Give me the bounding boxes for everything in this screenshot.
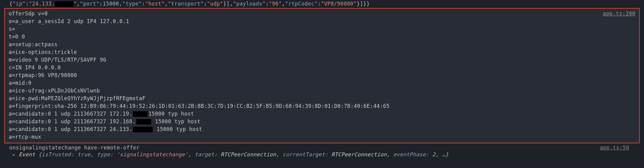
prop-eventphase: eventPhase:	[393, 151, 432, 158]
redacted-ip	[136, 119, 151, 125]
redacted-ip	[133, 111, 148, 117]
json-key-port: "port"	[80, 1, 100, 7]
prop-type: type:	[97, 151, 117, 158]
json-val-rtpcodec: "VP8/90000"	[321, 1, 357, 7]
prop-currenttarget: currentTarget:	[282, 151, 331, 158]
sdp-offer-header: offerSdp v=0	[9, 10, 635, 18]
sdp-s-line: s=	[9, 25, 635, 33]
source-link[interactable]: app.ts:200	[603, 10, 635, 17]
json-key-type: "type"	[122, 1, 142, 7]
json-key-payloads: "payloads"	[233, 1, 265, 7]
json-val-port: 15000	[103, 1, 119, 7]
sdp-candidate-1: a=candidate:0 1 udp 2113667327 172.19.15…	[9, 110, 635, 118]
sdp-setup-line: a=setup:actpass	[9, 41, 635, 48]
prop-istrusted: isTrusted:	[42, 151, 78, 158]
redacted-ip	[55, 1, 74, 7]
sdp-pwd-line: a=ice-pwd:MaPEZQleQYhYzRyWJjPjzpfRFEgmot…	[9, 95, 635, 102]
json-val-transport: "udp"	[207, 1, 223, 7]
console-output: {"ip":"24.133.","port":15000,"type":"hos…	[0, 0, 644, 158]
expand-arrow-icon[interactable]: ▸	[12, 151, 19, 158]
event-class: Event	[19, 151, 38, 158]
json-log-line: {"ip":"24.133.","port":15000,"type":"hos…	[0, 0, 644, 7]
prop-target: target:	[195, 151, 221, 158]
highlighted-log-block: app.ts:200 offerSdp v=0 o=a_user a_sessI…	[4, 8, 640, 143]
sdp-o-line: o=a_user a_sessId 2 udp IP4 127.0.0.1	[9, 18, 635, 25]
json-key-rtpcodec: "rtpCodec"	[285, 1, 317, 7]
sdp-candidate-2: a=candidate:0 1 udp 2113667327 192.168. …	[9, 118, 635, 125]
sdp-t-line: t=0 0	[9, 33, 635, 41]
sdp-candidate-3: a=candidate:0 1 udp 2113667327 24.133. 1…	[9, 125, 635, 133]
json-val-type: "host"	[145, 1, 164, 7]
signaling-state-line: onsignalingstatechange have-remote-offer…	[0, 144, 644, 151]
source-link[interactable]: app.ts:50	[600, 145, 629, 151]
sdp-mid-line: a=mid:0	[9, 79, 635, 87]
sdp-rtcpmux-line: a=rtcp-mux	[9, 133, 635, 141]
json-val-ip: "24.133.	[29, 1, 55, 7]
redacted-ip	[133, 127, 153, 132]
sdp-c-line: c=IN IP4 0.0.0.0	[9, 64, 635, 72]
json-val-payloads: "96"	[269, 1, 282, 7]
sdp-rtpmap-line: a=rtpmap:96 VP8/90000	[9, 72, 635, 79]
json-key-ip: "ip"	[13, 1, 26, 7]
event-object-line[interactable]: ▸ Event {isTrusted: true, type: 'signali…	[0, 151, 644, 158]
sdp-iceoptions-line: a=ice-options:trickle	[9, 48, 635, 56]
json-key-transport: "transport"	[168, 1, 204, 7]
brace: {	[9, 1, 13, 7]
sdp-m-line: m=video 9 UDP/TLS/RTP/SAVPF 96	[9, 56, 635, 64]
sdp-fingerprint-line: a=fingerprint:sha-256 12:B9:B6:79:44:19:…	[9, 102, 635, 110]
sdp-ufrag-line: a=ice-ufrag:xPLDnJObCsNVlwnb	[9, 87, 635, 95]
